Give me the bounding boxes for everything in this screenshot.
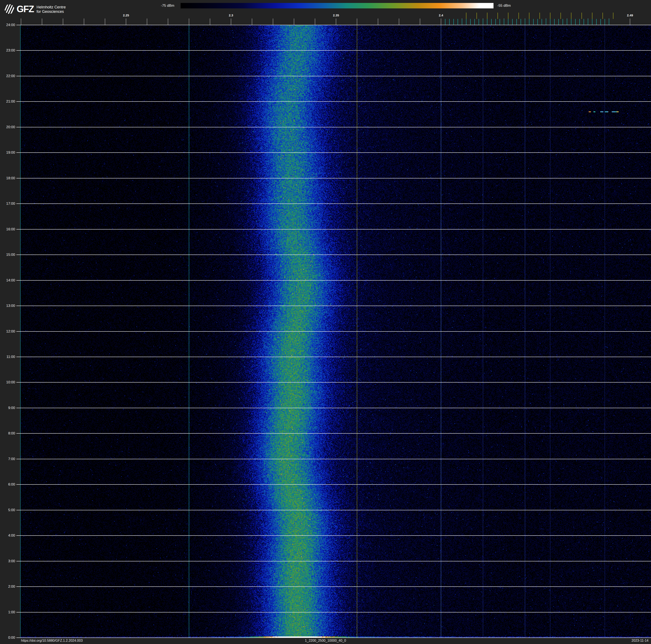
channel-tick-teal: [609, 19, 609, 25]
freq-major-tick: [273, 19, 273, 25]
channel-tick-teal: [470, 19, 471, 25]
freq-label-2.3: 2.3: [229, 13, 233, 17]
hour-gridline: [17, 535, 651, 536]
channel-tick-teal: [571, 19, 571, 25]
channel-tick-teal: [500, 19, 500, 25]
hour-gridline: [17, 357, 651, 357]
hour-label-17:00: 17:00: [0, 202, 15, 206]
hour-label-1:00: 1:00: [0, 610, 15, 614]
channel-tick-teal: [533, 19, 534, 25]
date-label: 2023-11-14: [631, 639, 649, 643]
channel-tick-yellow: [466, 12, 466, 19]
freq-label-2.35: 2.35: [333, 13, 339, 17]
hour-label-3:00: 3:00: [0, 559, 15, 563]
channel-tick-teal: [546, 19, 546, 25]
freq-major-tick: [231, 19, 231, 25]
channel-tick-teal: [512, 19, 513, 25]
hour-label-10:00: 10:00: [0, 380, 15, 384]
channel-tick-yellow: [582, 12, 582, 19]
channel-tick-teal: [567, 19, 567, 25]
channel-tick-teal: [541, 19, 542, 25]
freq-label-2.49: 2.49: [627, 13, 633, 17]
hour-label-8:00: 8:00: [0, 431, 15, 436]
channel-tick-yellow: [571, 12, 571, 19]
freq-major-tick: [21, 19, 21, 25]
freq-major-tick: [378, 19, 378, 25]
hour-label-22:00: 22:00: [0, 74, 15, 78]
channel-tick-teal: [495, 19, 496, 25]
hour-gridline: [17, 127, 651, 127]
channel-tick-teal: [449, 19, 450, 25]
freq-major-tick: [294, 19, 294, 25]
channel-tick-yellow: [613, 12, 613, 19]
hour-gridline: [17, 25, 651, 25]
channel-tick-yellow: [560, 12, 561, 19]
freq-major-tick: [105, 19, 105, 25]
freq-major-tick: [336, 19, 336, 25]
logo-subtitle-line2: for Geosciences: [36, 9, 66, 14]
hour-label-12:00: 12:00: [0, 329, 15, 333]
channel-tick-teal: [508, 19, 508, 25]
hour-label-6:00: 6:00: [0, 482, 15, 487]
hour-label-14:00: 14:00: [0, 278, 15, 283]
channel-tick-yellow: [519, 12, 519, 19]
channel-tick-teal: [487, 19, 488, 25]
hour-gridline: [17, 331, 651, 332]
hour-gridline: [17, 433, 651, 434]
freq-major-tick: [189, 19, 189, 25]
channel-tick-teal: [600, 19, 601, 25]
hour-gridline: [17, 203, 651, 204]
power-colorbar: [181, 3, 494, 8]
hour-label-13:00: 13:00: [0, 304, 15, 308]
channel-tick-teal: [462, 19, 462, 25]
channel-tick-yellow: [497, 12, 498, 19]
hour-gridline: [17, 382, 651, 383]
freq-major-tick: [63, 19, 63, 25]
freq-major-tick: [42, 19, 42, 25]
channel-tick-teal: [537, 19, 538, 25]
channel-tick-teal: [483, 19, 483, 25]
hour-label-16:00: 16:00: [0, 227, 15, 231]
freq-major-tick: [126, 19, 126, 25]
hour-gridline: [17, 101, 651, 102]
hour-label-21:00: 21:00: [0, 99, 15, 104]
channel-tick-yellow: [508, 12, 508, 19]
channel-tick-yellow: [476, 12, 477, 19]
hour-label-5:00: 5:00: [0, 508, 15, 512]
logo-subtitle-line1: Helmholtz Centre: [36, 5, 66, 9]
freq-major-tick: [147, 19, 147, 25]
hour-gridline: [17, 484, 651, 485]
colorbar-min-label: -75 dBm: [161, 4, 174, 8]
channel-tick-yellow: [550, 12, 550, 19]
channel-tick-teal: [579, 19, 580, 25]
channel-tick-teal: [563, 19, 563, 25]
channel-tick-yellow: [487, 12, 488, 19]
channel-tick-teal: [504, 19, 504, 25]
freq-major-tick: [441, 19, 441, 25]
hour-label-11:00: 11:00: [0, 355, 15, 359]
channel-tick-teal: [604, 19, 605, 25]
freq-major-tick: [399, 19, 399, 25]
channel-tick-yellow: [539, 12, 540, 19]
freq-major-tick: [252, 19, 252, 25]
freq-major-tick: [420, 19, 420, 25]
channel-tick-yellow: [602, 12, 603, 19]
channel-tick-yellow: [529, 12, 529, 19]
hour-gridline: [17, 305, 651, 306]
colorbar-max-label: -55 dBm: [497, 4, 511, 8]
channel-tick-teal: [550, 19, 550, 25]
freq-major-tick: [315, 19, 315, 25]
channel-tick-teal: [454, 19, 454, 25]
hour-gridline: [17, 510, 651, 510]
hour-label-4:00: 4:00: [0, 533, 15, 538]
hour-label-24:00: 24:00: [0, 23, 15, 27]
hour-label-19:00: 19:00: [0, 150, 15, 155]
channel-tick-teal: [525, 19, 525, 25]
freq-major-tick: [168, 19, 168, 25]
hour-gridline: [17, 50, 651, 51]
channel-tick-yellow: [592, 12, 592, 19]
hour-gridline: [17, 229, 651, 230]
channel-tick-teal: [458, 19, 458, 25]
hour-label-23:00: 23:00: [0, 48, 15, 53]
hour-label-9:00: 9:00: [0, 406, 15, 410]
